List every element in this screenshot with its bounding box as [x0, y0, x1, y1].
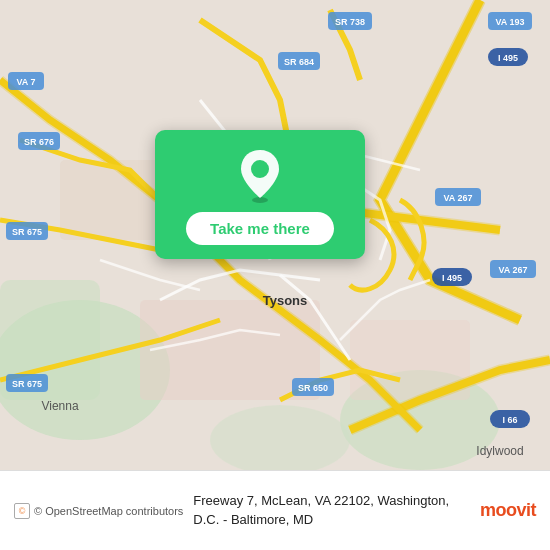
osm-attribution: © © OpenStreetMap contributors	[14, 503, 183, 519]
location-pin-icon	[237, 148, 283, 204]
svg-text:VA 193: VA 193	[495, 17, 524, 27]
svg-text:SR 738: SR 738	[335, 17, 365, 27]
svg-text:I 495: I 495	[442, 273, 462, 283]
navigation-popup: Take me there	[155, 130, 365, 259]
svg-text:SR 675: SR 675	[12, 379, 42, 389]
svg-text:Tysons: Tysons	[263, 293, 308, 308]
osm-label: © OpenStreetMap contributors	[34, 505, 183, 517]
address-text: Freeway 7, McLean, VA 22102, Washington,…	[193, 492, 470, 528]
svg-text:SR 684: SR 684	[284, 57, 314, 67]
svg-text:I 66: I 66	[502, 415, 517, 425]
svg-text:Vienna: Vienna	[41, 399, 78, 413]
osm-icon: ©	[14, 503, 30, 519]
svg-text:Idylwood: Idylwood	[476, 444, 523, 458]
svg-rect-7	[60, 160, 160, 240]
bottom-info-bar: © © OpenStreetMap contributors Freeway 7…	[0, 470, 550, 550]
moovit-logo: moovit	[480, 500, 536, 521]
moovit-brand-name: moovit	[480, 500, 536, 521]
svg-text:SR 675: SR 675	[12, 227, 42, 237]
svg-point-40	[251, 160, 269, 178]
map-view: SR 738 VA 193 VA 7 SR 676 SR 684 I 495 V…	[0, 0, 550, 470]
svg-text:VA 267: VA 267	[498, 265, 527, 275]
svg-text:SR 650: SR 650	[298, 383, 328, 393]
svg-text:I 495: I 495	[498, 53, 518, 63]
take-me-there-button[interactable]: Take me there	[186, 212, 334, 245]
svg-text:SR 676: SR 676	[24, 137, 54, 147]
svg-text:VA 267: VA 267	[443, 193, 472, 203]
svg-text:VA 7: VA 7	[16, 77, 35, 87]
